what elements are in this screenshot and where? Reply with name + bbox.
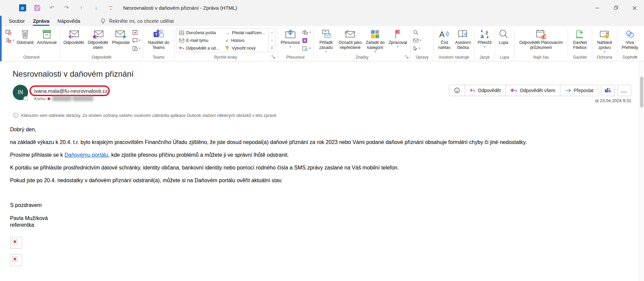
dialog-launcher-icon[interactable] <box>272 55 275 59</box>
move-down-icon[interactable]: ↓ <box>92 4 100 12</box>
reply-icon <box>68 28 79 40</box>
forward-button-header[interactable]: Přeposlat <box>560 85 598 96</box>
teams-icon: T <box>153 28 164 40</box>
scroll-up-icon[interactable]: ∧ <box>269 29 275 36</box>
dialog-launcher-icon[interactable] <box>405 55 409 59</box>
save-icon[interactable] <box>33 4 41 12</box>
close-button[interactable] <box>625 0 644 16</box>
divider <box>60 29 60 59</box>
chevron-down-icon: ˅ <box>397 45 399 49</box>
scheduling-poll-button[interactable]: Odpovědět Plánovacím průzkumem <box>516 27 566 50</box>
body-paragraph: na základě výkazu k 20.4. t.r. bylo kraj… <box>10 139 644 145</box>
divider <box>313 29 314 59</box>
block-sender-icon <box>5 38 11 43</box>
quick-steps-box: Doručená pošta → Předat nadřízen... E-ma… <box>176 28 276 52</box>
ignore-button[interactable] <box>5 29 15 36</box>
read-aloud-button[interactable]: A Číst nahlas <box>435 27 453 50</box>
reactions-button[interactable] <box>449 85 465 96</box>
quick-step-create-new[interactable]: Vytvořit nový <box>222 44 268 52</box>
sender-email[interactable]: ivana.mala@fu-nesrovnalosti.cz <box>34 88 108 94</box>
move-up-icon[interactable]: ↑ <box>78 4 85 12</box>
delete-button[interactable]: Odstranit <box>15 27 35 45</box>
mark-unread-button[interactable]: Označit jako nepřečtené <box>337 27 363 50</box>
share-to-teams-button[interactable]: T Nasdílet do Teams <box>145 27 172 50</box>
scroll-down-icon[interactable]: ∨ <box>269 36 275 44</box>
find-button[interactable] <box>412 29 422 36</box>
rules-button[interactable]: ˅ <box>301 45 312 52</box>
group-label: Jazyk <box>476 54 493 61</box>
more-actions-button[interactable]: ... <box>617 85 631 96</box>
zoom-button[interactable]: Lupa <box>497 27 510 45</box>
reply-button[interactable]: Odpovědět <box>62 27 86 45</box>
restore-button[interactable] <box>607 0 625 16</box>
blocked-image-placeholder[interactable] <box>10 237 22 249</box>
divider <box>568 29 568 59</box>
scrollbar-thumb[interactable] <box>640 77 643 108</box>
read-aloud-icon: A <box>439 28 450 40</box>
tell-me-label: Řekněte mi, co chcete udělat <box>109 18 174 24</box>
copy-to-folder-button[interactable]: ˅ <box>301 29 312 36</box>
immersive-reader-button[interactable]: Asistivní čtečka <box>453 27 472 50</box>
assign-policy-button[interactable]: Přiřadit zásadu ˅ <box>315 27 337 54</box>
vertical-scrollbar[interactable] <box>639 61 644 281</box>
group-label: Odstranit <box>5 54 58 61</box>
reply-all-button-header[interactable]: Odpovědět všem <box>505 85 560 96</box>
ignore-icon <box>5 30 11 35</box>
download-images-infobar[interactable]: i Kliknutím sem stáhnete obrázky. Za úče… <box>13 113 644 118</box>
customize-qat-icon[interactable]: ⌄ <box>107 4 114 12</box>
window-edge-strip <box>0 16 2 61</box>
recipient-redacted <box>52 96 72 101</box>
group-label: Odpovědět <box>62 54 142 61</box>
forward-button[interactable]: Přeposlat <box>110 27 131 45</box>
teams-icon: T <box>605 87 611 94</box>
tab-soubor[interactable]: Soubor <box>5 17 29 25</box>
onenote-icon: N <box>302 38 307 43</box>
quick-steps-scroll: ∧ ∨ ∨ <box>268 29 275 52</box>
follow-up-button[interactable]: Zpracovat ˅ <box>387 27 409 49</box>
svg-text:T: T <box>155 32 158 37</box>
chevron-down-icon: ˅ <box>12 39 14 42</box>
share-to-teams-header-button[interactable]: T <box>601 85 615 96</box>
im-reply-button[interactable]: ˅ <box>131 37 142 44</box>
quick-step-reply-delete[interactable]: Odpovědět a od... <box>176 44 222 52</box>
related-button[interactable]: ˅ <box>412 37 422 44</box>
tax-portal-link[interactable]: Daňovému portálu <box>65 152 108 158</box>
meeting-reply-button[interactable] <box>131 29 142 36</box>
tab-napoveda[interactable]: Nápověda <box>54 17 84 25</box>
report-message-button[interactable]: Nahlásit zprávu ˅ <box>593 27 616 54</box>
undo-icon[interactable]: ↶ <box>48 4 56 12</box>
message-timestamp: út 23.04.2024 9:31 <box>595 98 631 103</box>
viva-insights-button[interactable]: Viva Přehledy <box>619 27 641 50</box>
redo-icon[interactable]: ↷ <box>63 4 70 12</box>
quick-step-to-manager[interactable]: → Předat nadřízen... <box>222 29 268 37</box>
gasnet-filebox-button[interactable]: GasNet Filebox <box>570 27 590 50</box>
group-odpovedet: Odpovědět Odpovědět všem Přeposlat <box>61 27 143 61</box>
select-button[interactable]: ˅ <box>412 45 422 52</box>
translate-button[interactable]: až Přeložit ˅ <box>476 27 493 49</box>
categorize-button[interactable]: Zařadit do kategorií ˅ <box>363 27 387 54</box>
reply-all-button[interactable]: Odpovědět všem <box>86 27 110 50</box>
rules-icon <box>302 46 308 51</box>
quick-step-team-email[interactable]: E-mail týmu <box>176 37 222 44</box>
divider <box>474 29 474 59</box>
blocked-image-placeholder[interactable] <box>10 254 22 266</box>
archive-button[interactable]: Archivovat <box>35 27 58 45</box>
reply-button-header[interactable]: Odpovědět <box>465 85 506 96</box>
minimize-button[interactable] <box>588 0 607 16</box>
tab-zprava[interactable]: Zpráva <box>29 17 53 25</box>
smiley-icon <box>454 87 460 93</box>
infobar-text: Kliknutím sem stáhnete obrázky. Za účele… <box>21 113 277 118</box>
outlook-logo-icon[interactable]: o <box>19 4 26 12</box>
group-znacky: Přiřadit zásadu ˅ Označit jako nepřečten… <box>314 27 410 61</box>
quick-step-done[interactable]: ✓ Hotovo <box>222 37 268 44</box>
scroll-more-icon[interactable]: ∨ <box>269 44 275 52</box>
reply-all-icon <box>511 88 517 93</box>
quick-step-inbox[interactable]: Doručená pošta <box>176 29 222 37</box>
tell-me-search[interactable]: Řekněte mi, co chcete udělat <box>100 18 174 24</box>
collapse-ribbon-icon[interactable]: ⌄ <box>634 53 638 58</box>
more-respond-button[interactable]: ˅ <box>131 45 142 52</box>
move-button[interactable]: Přesunout ˅ <box>279 27 301 49</box>
block-sender-button[interactable]: ˅ <box>5 37 15 44</box>
onenote-button[interactable]: N <box>301 37 312 44</box>
group-odstranit: ˅ Odstranit Archivovat Odstranit <box>3 27 60 61</box>
